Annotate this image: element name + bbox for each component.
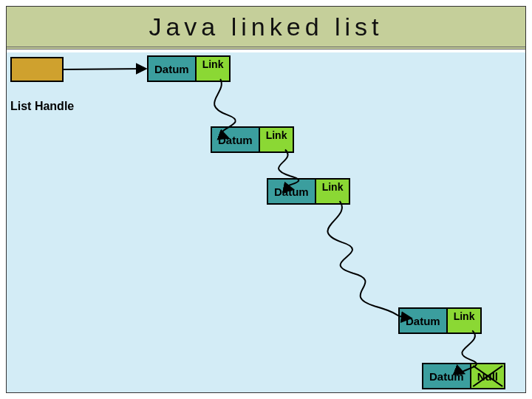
- node-3-link: Link: [316, 180, 349, 203]
- node-4: Datum Link: [398, 307, 482, 334]
- node-2-link: Link: [260, 128, 293, 151]
- list-handle-box: [10, 57, 64, 82]
- node-5-datum: Datum: [423, 364, 471, 388]
- title-bar: Java linked list: [7, 7, 525, 50]
- node-3-datum: Datum: [268, 180, 316, 203]
- node-1-datum: Datum: [149, 57, 197, 81]
- node-1-link: Link: [197, 57, 230, 81]
- list-handle-label: List Handle: [10, 100, 74, 113]
- node-1: Datum Link: [147, 55, 231, 82]
- null-label: Null: [477, 370, 498, 383]
- node-3: Datum Link: [267, 178, 350, 205]
- diagram-canvas: List Handle Datum Link Datum Link Datum …: [7, 52, 525, 392]
- svg-line-2: [64, 69, 146, 69]
- slide-title: Java linked list: [149, 13, 383, 41]
- node-2-datum: Datum: [212, 128, 260, 151]
- slide-frame: Java linked list List Handle Datum Link …: [6, 6, 526, 393]
- node-4-datum: Datum: [400, 309, 448, 332]
- node-5-null: Null: [471, 364, 504, 388]
- node-4-link: Link: [448, 309, 481, 332]
- node-2: Datum Link: [211, 126, 294, 153]
- connection-wires: [7, 52, 525, 392]
- node-5: Datum Null: [422, 363, 505, 389]
